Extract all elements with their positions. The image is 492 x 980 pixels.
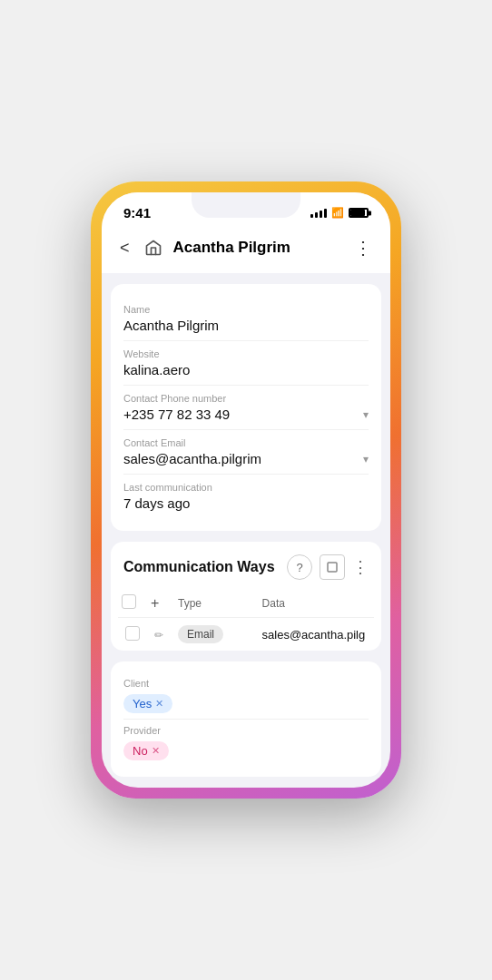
status-time: 9:41 — [123, 205, 151, 220]
field-phone-value: +235 77 82 33 49 — [123, 407, 230, 422]
th-data: Data — [255, 589, 374, 618]
th-checkbox — [118, 589, 147, 618]
tag-chips-provider: No ✕ — [123, 741, 369, 760]
field-phone-row: +235 77 82 33 49 ▾ — [123, 407, 369, 422]
expand-button[interactable] — [320, 554, 345, 580]
chip-yes-remove[interactable]: ✕ — [155, 698, 163, 710]
chip-no-remove[interactable]: ✕ — [152, 745, 160, 757]
phone-screen: 9:41 📶 < — [102, 192, 390, 788]
wifi-icon: 📶 — [331, 207, 344, 219]
comm-title: Communication Ways — [123, 559, 280, 575]
more-options-button[interactable]: ⋮ — [350, 233, 376, 262]
tag-field-provider: Provider No ✕ — [123, 720, 369, 766]
field-website-label: Website — [123, 348, 369, 359]
comm-more-button[interactable]: ⋮ — [352, 557, 369, 577]
field-website: Website kalina.aero — [123, 341, 369, 386]
signal-bar-1 — [310, 214, 313, 218]
signal-bar-4 — [324, 209, 327, 218]
scroll-content: Name Acantha Pilgrim Website kalina.aero… — [102, 273, 390, 788]
table-header-row: + Type Data — [118, 589, 374, 618]
field-phone: Contact Phone number +235 77 82 33 49 ▾ — [123, 386, 369, 430]
tag-chips-client: Yes ✕ — [123, 694, 369, 713]
battery-icon — [349, 208, 369, 218]
phone-dropdown-icon[interactable]: ▾ — [363, 408, 369, 421]
home-icon[interactable] — [141, 235, 166, 260]
row-data-cell: sales@acantha.pilg — [255, 618, 374, 652]
row-checkbox-cell — [118, 618, 147, 652]
header-checkbox[interactable] — [122, 594, 136, 609]
field-name-label: Name — [123, 304, 369, 315]
th-plus: + — [147, 589, 171, 618]
chip-no-text: No — [133, 744, 148, 758]
chip-yes: Yes ✕ — [123, 694, 172, 713]
comm-header: Communication Ways ? ⋮ — [111, 542, 381, 589]
field-email-value: sales@acantha.pilgrim — [123, 451, 261, 466]
signal-bar-3 — [320, 211, 322, 218]
field-last-comm-value: 7 days ago — [123, 495, 369, 511]
signal-bar-2 — [315, 212, 318, 218]
help-button[interactable]: ? — [287, 554, 312, 580]
comm-table-wrap: + Type Data — [111, 589, 381, 651]
battery-fill — [350, 210, 365, 216]
row-edit-cell: ✏ — [147, 618, 171, 652]
phone-frame: 9:41 📶 < — [91, 181, 401, 799]
tag-field-client: Client Yes ✕ — [123, 672, 369, 720]
tag-field-client-label: Client — [123, 678, 369, 689]
row-checkbox[interactable] — [125, 626, 140, 641]
back-button[interactable]: < — [116, 235, 133, 261]
signal-bars-icon — [310, 209, 327, 218]
communication-ways-card: Communication Ways ? ⋮ — [111, 542, 381, 651]
th-type: Type — [171, 589, 255, 618]
table-row: ✏ Email sales@acantha.pilg — [118, 618, 374, 652]
field-name: Name Acantha Pilgrim — [123, 297, 369, 341]
field-email: Contact Email sales@acantha.pilgrim ▾ — [123, 430, 369, 475]
row-type-cell: Email — [171, 618, 255, 652]
field-website-value: kalina.aero — [123, 362, 369, 377]
app-bar: < Acantha Pilgrim ⋮ — [102, 226, 390, 273]
field-email-row: sales@acantha.pilgrim ▾ — [123, 451, 369, 466]
page-title: Acantha Pilgrim — [173, 239, 343, 257]
status-icons: 📶 — [310, 207, 369, 219]
tags-card: Client Yes ✕ Provider No ✕ — [111, 662, 381, 777]
comm-table: + Type Data — [118, 589, 374, 651]
add-row-button[interactable]: + — [151, 595, 159, 611]
field-name-value: Acantha Pilgrim — [123, 318, 369, 333]
field-last-comm-label: Last communication — [123, 482, 369, 493]
email-dropdown-icon[interactable]: ▾ — [363, 453, 369, 466]
field-email-label: Contact Email — [123, 437, 369, 448]
comm-table-body: ✏ Email sales@acantha.pilg — [118, 618, 374, 652]
chip-no: No ✕ — [123, 741, 169, 760]
field-last-comm: Last communication 7 days ago — [123, 475, 369, 518]
notch — [192, 192, 300, 218]
contact-card: Name Acantha Pilgrim Website kalina.aero… — [111, 284, 381, 531]
field-phone-label: Contact Phone number — [123, 393, 369, 404]
svg-rect-0 — [328, 563, 337, 572]
edit-icon[interactable]: ✏ — [154, 629, 163, 642]
chip-yes-text: Yes — [133, 697, 152, 710]
tag-field-provider-label: Provider — [123, 725, 369, 736]
type-tag-email: Email — [178, 625, 223, 643]
